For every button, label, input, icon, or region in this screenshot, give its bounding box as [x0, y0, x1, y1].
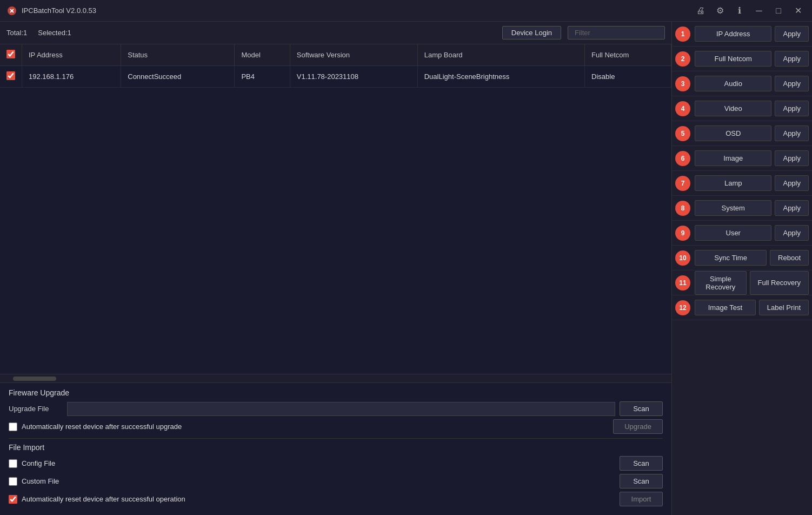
- panel-row-image-test: 12Image TestLabel Print: [672, 295, 812, 320]
- upgrade-button[interactable]: Upgrade: [613, 419, 663, 434]
- toolbar: Total:1 Selected:1 Device Login: [0, 22, 671, 44]
- import-button[interactable]: Import: [620, 492, 663, 506]
- image-label-btn[interactable]: Image: [695, 150, 771, 166]
- btn-group-12: Image TestLabel Print: [694, 300, 812, 315]
- ip-address-label-btn[interactable]: IP Address: [695, 26, 771, 42]
- video-label-btn[interactable]: Video: [695, 101, 771, 116]
- video-apply-btn[interactable]: Apply: [775, 101, 809, 116]
- row-software-version: V1.11.78-20231108: [290, 66, 417, 88]
- config-file-scan-button[interactable]: Scan: [620, 456, 663, 471]
- scrollbar-thumb[interactable]: [13, 377, 56, 381]
- system-apply-btn[interactable]: Apply: [775, 200, 809, 216]
- image-test-label-btn[interactable]: Image Test: [695, 300, 756, 315]
- lamp-label-btn[interactable]: Lamp: [695, 175, 771, 191]
- minimize-btn[interactable]: ─: [751, 3, 767, 18]
- firmware-upgrade-title: Fireware Upgrade: [9, 388, 663, 397]
- osd-label-btn[interactable]: OSD: [695, 126, 771, 141]
- panel-row-user: 9UserApply: [672, 221, 812, 246]
- config-file-checkbox[interactable]: [9, 459, 17, 468]
- section-divider: [9, 438, 663, 439]
- badge-2: 2: [675, 51, 690, 67]
- system-label-btn[interactable]: System: [695, 200, 771, 216]
- config-file-label: Config File: [22, 459, 55, 467]
- info-icon-btn[interactable]: ℹ: [732, 3, 747, 18]
- app-icon: [6, 5, 17, 16]
- main-layout: Total:1 Selected:1 Device Login IP Addre…: [0, 22, 812, 515]
- osd-apply-btn[interactable]: Apply: [775, 126, 809, 141]
- row-lamp-board: DualLight-SceneBrightness: [417, 66, 584, 88]
- panel-row-video: 4VideoApply: [672, 96, 812, 121]
- btn-group-7: LampApply: [694, 175, 812, 191]
- titlebar: IPCBatchTool V2.0.0.53 🖨 ⚙ ℹ ─ □ ✕: [0, 0, 812, 22]
- device-login-button[interactable]: Device Login: [502, 26, 561, 39]
- badge-3: 3: [675, 76, 690, 91]
- lamp-apply-btn[interactable]: Apply: [775, 175, 809, 191]
- custom-file-label: Custom File: [22, 477, 59, 485]
- auto-reset-upgrade-label: Automatically reset device after success…: [22, 422, 182, 431]
- simple-recovery-label-btn[interactable]: Simple Recovery: [695, 271, 747, 295]
- horizontal-scrollbar[interactable]: [0, 374, 671, 382]
- col-model: Model: [235, 44, 290, 66]
- user-label-btn[interactable]: User: [695, 225, 771, 241]
- custom-file-scan-button[interactable]: Scan: [620, 474, 663, 488]
- panel-row-full-netcom: 2Full NetcomApply: [672, 47, 812, 71]
- badge-4: 4: [675, 101, 690, 116]
- upgrade-auto-reset-row: Automatically reset device after success…: [9, 419, 663, 434]
- panel-row-sync-time: 10Sync TimeReboot: [672, 246, 812, 270]
- col-software-version: Software Version: [290, 44, 417, 66]
- row-model: PB4: [235, 66, 290, 88]
- maximize-btn[interactable]: □: [771, 3, 786, 18]
- image-apply-btn[interactable]: Apply: [775, 150, 809, 166]
- full-netcom-label-btn[interactable]: Full Netcom: [695, 51, 771, 67]
- full-netcom-apply-btn[interactable]: Apply: [775, 51, 809, 67]
- simple-recovery-apply-btn[interactable]: Full Recovery: [750, 271, 809, 295]
- device-table: IP Address Status Model Software Version…: [0, 44, 671, 88]
- col-status: Status: [121, 44, 235, 66]
- total-info: Total:1 Selected:1: [6, 29, 71, 37]
- row-ip: 192.168.1.176: [22, 66, 121, 88]
- btn-group-2: Full NetcomApply: [694, 51, 812, 67]
- image-test-apply-btn[interactable]: Label Print: [759, 300, 809, 315]
- filter-input[interactable]: [568, 26, 665, 39]
- user-apply-btn[interactable]: Apply: [775, 225, 809, 241]
- col-checkbox: [0, 44, 22, 66]
- upgrade-file-label: Upgrade File: [9, 405, 63, 413]
- panel-row-ip-address: 1IP AddressApply: [672, 22, 812, 47]
- table-header-row: IP Address Status Model Software Version…: [0, 44, 671, 66]
- auto-reset-import-checkbox[interactable]: [9, 495, 17, 504]
- print-icon-btn[interactable]: 🖨: [693, 3, 708, 18]
- row-checkbox-0[interactable]: [6, 71, 15, 80]
- panel-row-image: 6ImageApply: [672, 146, 812, 171]
- selected-label: Selected:1: [38, 29, 71, 37]
- btn-group-1: IP AddressApply: [694, 26, 812, 42]
- sync-time-label-btn[interactable]: Sync Time: [695, 250, 767, 266]
- auto-reset-import-label: Automatically reset device after success…: [22, 495, 185, 503]
- btn-group-6: ImageApply: [694, 150, 812, 166]
- bottom-section: Fireware Upgrade Upgrade File Scan Autom…: [0, 382, 671, 515]
- config-file-row: Config File Scan: [9, 456, 663, 471]
- settings-icon-btn[interactable]: ⚙: [713, 3, 728, 18]
- select-all-checkbox[interactable]: [6, 50, 15, 58]
- audio-label-btn[interactable]: Audio: [695, 76, 771, 91]
- firmware-scan-button[interactable]: Scan: [620, 401, 663, 416]
- col-full-netcom: Full Netcom: [585, 44, 671, 66]
- audio-apply-btn[interactable]: Apply: [775, 76, 809, 91]
- panel-row-system: 8SystemApply: [672, 196, 812, 221]
- total-label: Total:1: [6, 29, 27, 37]
- badge-7: 7: [675, 176, 690, 191]
- badge-10: 10: [675, 250, 690, 266]
- badge-9: 9: [675, 226, 690, 241]
- btn-group-5: OSDApply: [694, 126, 812, 141]
- app-title: IPCBatchTool V2.0.0.53: [22, 6, 693, 15]
- sync-time-apply-btn[interactable]: Reboot: [770, 250, 809, 266]
- custom-file-checkbox[interactable]: [9, 477, 17, 486]
- badge-5: 5: [675, 126, 690, 141]
- btn-group-8: SystemApply: [694, 200, 812, 216]
- badge-6: 6: [675, 151, 690, 166]
- auto-reset-upgrade-checkbox[interactable]: [9, 422, 17, 431]
- badge-12: 12: [675, 300, 690, 315]
- close-btn[interactable]: ✕: [790, 3, 806, 18]
- ip-address-apply-btn[interactable]: Apply: [775, 26, 809, 42]
- panel-row-audio: 3AudioApply: [672, 71, 812, 96]
- col-lamp-board: Lamp Board: [417, 44, 584, 66]
